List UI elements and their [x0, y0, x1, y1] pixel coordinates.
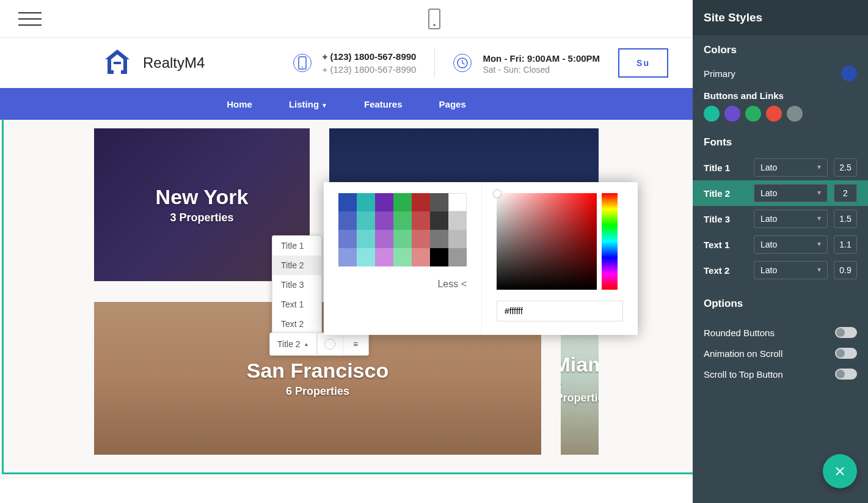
swatch[interactable] [375, 193, 393, 211]
swatch[interactable] [430, 211, 448, 230]
site-styles-sidebar: Site Styles Colors Primary Buttons and L… [693, 0, 868, 503]
nav-features[interactable]: Features [364, 99, 403, 109]
menu-text2[interactable]: Text 2 [272, 314, 321, 334]
style-selector-label: Title 2 [277, 339, 301, 349]
hamburger-icon[interactable] [18, 12, 42, 26]
toggle-animation-scroll[interactable] [835, 348, 857, 359]
font-select[interactable]: Lato [754, 210, 828, 228]
swatch[interactable] [375, 248, 393, 266]
svg-point-1 [302, 67, 303, 68]
colors-heading: Colors [704, 44, 857, 56]
swatch[interactable] [430, 248, 448, 266]
swatch[interactable] [393, 193, 412, 211]
swatch[interactable] [393, 211, 412, 230]
picker-swatches-pane: Less < [324, 182, 482, 335]
primary-color-chip[interactable] [841, 65, 857, 81]
swatch[interactable] [357, 230, 375, 248]
swatch[interactable] [412, 193, 430, 211]
card-title: Miam [561, 353, 599, 376]
scroll-top-row: Scroll to Top Button [693, 364, 868, 384]
swatch[interactable] [375, 230, 393, 248]
fonts-heading: Fonts [693, 136, 868, 149]
swatch[interactable] [357, 193, 375, 211]
logo-icon [103, 47, 132, 79]
font-size-input[interactable]: 2.5 [834, 158, 857, 177]
hours1: Mon - Fri: 9:00AM - 5:00PM [483, 52, 600, 65]
button-color-chip[interactable] [745, 106, 761, 122]
style-selector[interactable]: Title 2▲ [270, 334, 317, 354]
swatch[interactable] [430, 230, 448, 248]
swatch[interactable] [338, 193, 357, 211]
swatch[interactable] [448, 211, 467, 230]
menu-text1[interactable]: Text 1 [272, 295, 321, 314]
swatch[interactable] [338, 248, 357, 266]
swatch[interactable] [448, 248, 467, 266]
saturation-value-area[interactable] [497, 193, 597, 290]
font-select[interactable]: Lato [754, 261, 828, 279]
font-select[interactable]: Lato [754, 158, 828, 177]
font-size-input[interactable]: 2 [834, 184, 857, 202]
nav-pages[interactable]: Pages [439, 99, 466, 109]
button-color-chip[interactable] [766, 106, 782, 122]
toggle-rounded-buttons[interactable] [835, 327, 857, 338]
nav-home[interactable]: Home [227, 99, 252, 109]
swatch[interactable] [357, 248, 375, 266]
swatch[interactable] [357, 211, 375, 230]
picker-custom-pane [482, 182, 638, 335]
nav-listing-label: Listing [289, 99, 319, 109]
phone-icon [293, 54, 312, 72]
hours2: Sat - Sun: Closed [483, 65, 600, 75]
subscribe-button[interactable]: Su [618, 48, 668, 78]
swatch[interactable] [448, 193, 467, 211]
font-label: Text 2 [704, 265, 748, 276]
menu-title1[interactable]: Title 1 [272, 236, 321, 255]
font-select[interactable]: Lato [754, 184, 828, 202]
site-header: RealtyM4 + (123) 1800-567-8990 + (123) 1… [0, 38, 693, 88]
clock-icon [453, 54, 472, 72]
align-button[interactable]: ≡ [343, 333, 368, 355]
less-toggle[interactable]: Less < [338, 279, 467, 290]
swatch[interactable] [393, 230, 412, 248]
buttons-links-label: Buttons and Links [704, 90, 857, 101]
align-center-icon: ≡ [353, 339, 358, 349]
sidebar-title: Site Styles [693, 0, 868, 35]
nav-listing[interactable]: Listing▼ [289, 99, 327, 109]
font-size-input[interactable]: 1.1 [834, 235, 857, 254]
card-sub: 3 Properties [170, 211, 233, 224]
button-colors-row [704, 106, 857, 122]
phone-block: + (123) 1800-567-8990 + (123) 1800-567-8… [293, 50, 417, 76]
navbar: Home Listing▼ Features Pages [0, 88, 693, 120]
card-title: New York [156, 185, 249, 209]
swatch[interactable] [338, 211, 357, 230]
primary-color-row: Primary [704, 62, 857, 84]
swatch[interactable] [338, 230, 357, 248]
hue-slider[interactable] [602, 193, 618, 290]
button-color-chip[interactable] [787, 106, 803, 122]
hex-input[interactable] [497, 301, 623, 321]
close-button[interactable] [823, 454, 857, 488]
swatch[interactable] [375, 211, 393, 230]
swatch[interactable] [412, 248, 430, 266]
swatch[interactable] [430, 193, 448, 211]
logo[interactable]: RealtyM4 [103, 47, 205, 79]
menu-title3[interactable]: Title 3 [272, 275, 321, 295]
color-swatch-button[interactable] [317, 333, 343, 355]
swatch[interactable] [393, 248, 412, 266]
header-contact: + (123) 1800-567-8990 + (123) 1800-567-8… [293, 48, 668, 78]
font-row: Text 2Lato0.9 [693, 257, 868, 283]
mobile-device-icon[interactable] [428, 9, 440, 29]
font-size-input[interactable]: 0.9 [834, 261, 857, 279]
swatch[interactable] [448, 230, 467, 248]
menu-title2[interactable]: Title 2 [272, 255, 321, 275]
chevron-down-icon: ▼ [321, 102, 327, 109]
font-select[interactable]: Lato [754, 235, 828, 254]
button-color-chip[interactable] [724, 106, 740, 122]
font-label: Text 1 [704, 240, 748, 250]
sv-handle[interactable] [494, 190, 501, 197]
swatch[interactable] [412, 230, 430, 248]
font-size-input[interactable]: 1.5 [834, 210, 857, 228]
button-color-chip[interactable] [704, 106, 720, 122]
rounded-buttons-row: Rounded Buttons [693, 322, 868, 343]
toggle-scroll-top[interactable] [835, 369, 857, 380]
swatch[interactable] [412, 211, 430, 230]
